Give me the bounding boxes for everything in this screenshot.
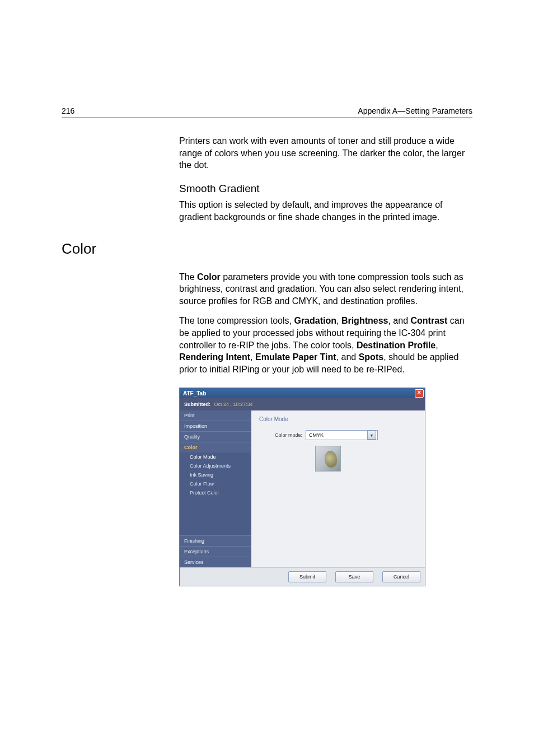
sidebar-item-quality[interactable]: Quality <box>180 431 251 442</box>
bold-contrast: Contrast <box>411 316 448 325</box>
text: The <box>179 272 197 282</box>
text: , <box>336 316 341 325</box>
bold-rendering-intent: Rendering Intent <box>179 352 250 362</box>
sidebar-item-imposition[interactable]: Imposition <box>180 421 251 431</box>
bold-color: Color <box>197 272 221 282</box>
bold-brightness: Brightness <box>341 316 388 325</box>
text: , and <box>336 352 359 362</box>
submit-button[interactable]: Submit <box>288 571 326 582</box>
text: , <box>435 340 438 350</box>
sidebar-item-exceptions[interactable]: Exceptions <box>180 546 251 557</box>
sidebar-sub-color-mode[interactable]: Color Mode <box>180 452 251 461</box>
bold-spots: Spots <box>359 352 383 362</box>
sidebar-item-finishing[interactable]: Finishing <box>180 535 251 546</box>
sidebar-item-color[interactable]: Color <box>180 442 251 452</box>
chevron-down-icon[interactable]: ▼ <box>367 431 376 440</box>
color-section-heading: Color <box>62 240 472 258</box>
intro-paragraph: Printers can work with even amounts of t… <box>179 135 472 171</box>
preview-thumbnail <box>315 446 341 472</box>
color-mode-select[interactable]: CMYK ▼ <box>306 430 378 440</box>
sidebar-sub-ink-saving[interactable]: Ink Saving <box>180 470 251 479</box>
job-parameters-dialog: ATF_Tab ✕ Submitted: Oct 24 , 18:27:34 P… <box>179 388 425 586</box>
submitted-bar: Submitted: Oct 24 , 18:27:34 <box>180 398 425 410</box>
color-paragraph-1: The Color parameters provide you with to… <box>179 271 472 307</box>
sidebar-sub-color-adjustments[interactable]: Color Adjustments <box>180 461 251 470</box>
text: The tone compression tools, <box>179 316 294 325</box>
color-paragraph-2: The tone compression tools, Gradation, B… <box>179 315 472 375</box>
text: , <box>250 352 255 362</box>
dialog-titlebar[interactable]: ATF_Tab ✕ <box>180 388 425 398</box>
smooth-gradient-heading: Smooth Gradient <box>179 181 472 196</box>
bold-emulate-paper-tint: Emulate Paper Tint <box>255 352 336 362</box>
dialog-panel: Color Mode Color mode: CMYK ▼ <box>251 410 425 567</box>
close-icon[interactable]: ✕ <box>415 389 424 398</box>
sidebar-sub-protect-color[interactable]: Protect Color <box>180 488 251 497</box>
bold-destination-profile: Destination Profile <box>357 340 435 350</box>
dialog-title: ATF_Tab <box>183 390 206 396</box>
cancel-button[interactable]: Cancel <box>382 571 420 582</box>
dialog-sidebar: Print Imposition Quality Color Color Mod… <box>180 410 251 567</box>
color-mode-value: CMYK <box>309 432 324 438</box>
smooth-gradient-paragraph: This option is selected by default, and … <box>179 199 472 223</box>
submitted-value: Oct 24 , 18:27:34 <box>214 402 253 407</box>
dialog-footer: Submit Save Cancel <box>180 567 425 586</box>
bold-gradation: Gradation <box>294 316 336 325</box>
text: parameters provide you with tone compres… <box>179 272 463 306</box>
save-button[interactable]: Save <box>335 571 373 582</box>
text: , and <box>388 316 410 325</box>
submitted-label: Submitted: <box>184 402 210 407</box>
panel-title: Color Mode <box>259 416 417 422</box>
page-number: 216 <box>62 106 74 115</box>
sidebar-sub-color-flow[interactable]: Color Flow <box>180 479 251 488</box>
sidebar-item-print[interactable]: Print <box>180 410 251 421</box>
appendix-label: Appendix A—Setting Parameters <box>358 106 472 115</box>
sidebar-item-services[interactable]: Services <box>180 557 251 567</box>
color-mode-label: Color mode: <box>275 432 302 438</box>
